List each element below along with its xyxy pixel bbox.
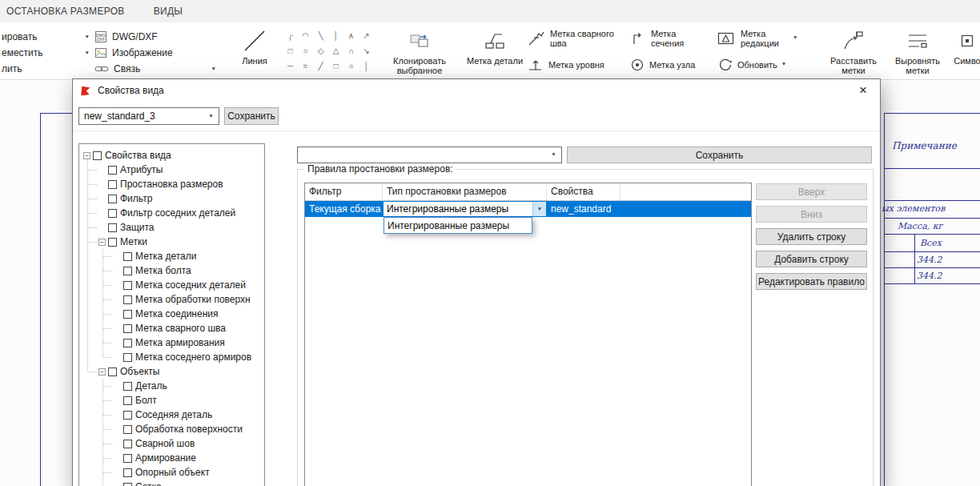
tree-checkbox[interactable] xyxy=(108,238,117,247)
tree-item[interactable]: Сетка xyxy=(79,480,264,486)
column-header-filter[interactable]: Фильтр xyxy=(305,183,383,200)
draw-tool-icon[interactable]: ∧ xyxy=(344,29,358,42)
draw-tool-icon[interactable]: △ xyxy=(329,44,343,58)
tree-item[interactable]: Метка армирования xyxy=(79,335,264,350)
draw-tool-icon[interactable]: ○ xyxy=(344,59,358,73)
dropdown-option[interactable]: Интегрированные размеры xyxy=(384,218,532,233)
tree-item[interactable]: Фильтр xyxy=(79,191,264,206)
draw-tool-icon[interactable]: │ xyxy=(329,29,343,42)
draw-tool-icon[interactable]: ─ xyxy=(283,59,297,73)
preset-combo-arrow[interactable]: ▼ xyxy=(203,108,219,124)
tree-expander[interactable]: − xyxy=(98,368,106,376)
tree-checkbox[interactable] xyxy=(123,295,132,304)
draw-tool-icon[interactable]: │ xyxy=(359,59,373,73)
side-button[interactable]: Вниз xyxy=(756,206,867,223)
cell-filter[interactable]: Текущая сборка xyxy=(305,201,383,217)
preset-save-button[interactable]: Сохранить xyxy=(224,107,279,125)
side-button[interactable]: Добавить строку xyxy=(756,251,867,267)
tree-checkbox[interactable] xyxy=(123,310,132,319)
close-icon[interactable]: × xyxy=(853,82,874,99)
tree-checkbox[interactable] xyxy=(123,396,132,405)
draw-tool-icon[interactable]: ┌ xyxy=(283,29,297,42)
tree-checkbox[interactable] xyxy=(123,382,132,391)
tree-item[interactable]: Опорный объект xyxy=(79,465,264,480)
tree-expander[interactable]: − xyxy=(82,152,91,159)
tree-item[interactable]: Соседняя деталь xyxy=(79,408,264,422)
line-tool[interactable]: Линия xyxy=(234,26,275,78)
tree-checkbox[interactable] xyxy=(123,411,132,420)
tree-item[interactable]: Армирование xyxy=(79,451,264,465)
node-mark-tool[interactable]: Метка узла xyxy=(629,52,701,77)
side-button[interactable]: Удалить строку xyxy=(756,228,867,245)
move-command[interactable]: еместить ▼ xyxy=(2,45,90,61)
tree-item[interactable]: Метка соседних деталей xyxy=(79,278,264,292)
tree-expander[interactable]: − xyxy=(98,239,106,246)
tree-item[interactable]: Метка соседнего армиров xyxy=(79,350,264,364)
link-tool[interactable]: Связь ▼ xyxy=(94,61,216,77)
cell-type-combobox[interactable]: Интегрированные размеры ▼ xyxy=(383,201,547,217)
panel-save-button[interactable]: Сохранить xyxy=(567,147,872,163)
tree-item[interactable]: Атрибуты xyxy=(79,163,264,177)
draw-tool-icon[interactable]: ◇ xyxy=(314,44,327,58)
cell-properties[interactable]: new_standard xyxy=(547,201,621,217)
tree-item[interactable]: Метка болта xyxy=(79,263,264,278)
tree-checkbox[interactable] xyxy=(108,223,117,232)
tree-item[interactable]: − Свойства вида xyxy=(79,148,264,163)
chevron-down-icon[interactable]: ▼ xyxy=(85,50,90,56)
tree-checkbox[interactable] xyxy=(108,195,117,203)
tree-item[interactable]: Сварной шов xyxy=(79,436,264,451)
tree-item[interactable]: − Объекты xyxy=(79,364,264,379)
revision-mark-tool[interactable]: Метка редакции ▼ xyxy=(717,26,797,50)
tree-checkbox[interactable] xyxy=(108,368,117,376)
chevron-down-icon[interactable]: ▼ xyxy=(85,34,90,40)
section-mark-tool[interactable]: Метка сечения xyxy=(629,26,701,50)
tree-item[interactable]: Метка соединения xyxy=(79,307,264,321)
align-marks-tool[interactable]: Выровнять метки xyxy=(889,26,946,78)
draw-tool-icon[interactable]: □ xyxy=(329,59,343,73)
draw-tool-icon[interactable]: ○ xyxy=(299,44,312,58)
tree-checkbox[interactable] xyxy=(123,324,132,333)
draw-tool-icon[interactable]: ◠ xyxy=(299,29,312,42)
tree-checkbox[interactable] xyxy=(93,151,102,160)
tree-item[interactable]: Обработка поверхности xyxy=(79,422,264,436)
tree-item[interactable]: Метка обработки поверхн xyxy=(79,292,264,307)
tree-checkbox[interactable] xyxy=(108,180,117,189)
draw-tool-icon[interactable]: ∩ xyxy=(344,44,358,58)
side-button[interactable]: Редактировать правило xyxy=(756,273,867,290)
tree-item[interactable]: Деталь xyxy=(79,379,264,393)
draw-tool-icon[interactable]: ↘ xyxy=(359,44,373,58)
chevron-down-icon[interactable]: ▼ xyxy=(793,35,797,41)
tab-views[interactable]: ВИДЫ xyxy=(154,6,183,17)
update-marks-tool[interactable]: Обновить ▼ xyxy=(717,52,797,77)
level-mark-tool[interactable]: Метка уровня xyxy=(527,52,621,77)
dwg-dxf-tool[interactable]: DWGDXF DWG/DXF xyxy=(94,29,216,45)
tree-item[interactable]: Метка детали xyxy=(79,249,264,263)
symbol-tool[interactable]: Симво xyxy=(948,26,980,78)
draw-tool-icon[interactable]: ↗ xyxy=(359,29,373,42)
tree-checkbox[interactable] xyxy=(123,483,132,486)
draw-tool-icon[interactable]: ╲ xyxy=(314,29,327,42)
tree-item[interactable]: Фильтр соседних деталей xyxy=(79,206,264,220)
tree-checkbox[interactable] xyxy=(123,353,132,362)
tree-item[interactable]: − Метки xyxy=(79,235,264,249)
tree-checkbox[interactable] xyxy=(123,468,132,477)
side-button[interactable]: Вверх xyxy=(756,183,867,200)
clone-selected-tool[interactable]: Клонировать выбранное xyxy=(388,26,452,78)
dialog-titlebar[interactable]: Свойства вида × xyxy=(73,79,880,102)
tree-item[interactable]: Метка сварного шва xyxy=(79,321,264,335)
draw-tool-icon[interactable]: □ xyxy=(283,44,297,58)
tree-checkbox[interactable] xyxy=(123,339,132,347)
tree-checkbox[interactable] xyxy=(123,252,132,261)
delete-command[interactable]: лить xyxy=(2,61,90,77)
draw-tool-icon[interactable]: ╱ xyxy=(314,59,327,73)
tree-checkbox[interactable] xyxy=(123,454,132,463)
preset-combobox[interactable]: new_standard_3 ▼ xyxy=(78,107,219,125)
tree-checkbox[interactable] xyxy=(123,281,132,290)
image-tool[interactable]: Изображение xyxy=(94,45,216,61)
tree-checkbox[interactable] xyxy=(123,440,132,448)
tree-item[interactable]: Болт xyxy=(79,393,264,408)
tree-checkbox[interactable] xyxy=(123,425,132,434)
rule-combo-arrow[interactable]: ▼ xyxy=(546,147,561,163)
part-mark-tool[interactable]: Метка детали xyxy=(464,26,525,78)
place-marks-tool[interactable]: Расставить метки xyxy=(821,26,886,78)
